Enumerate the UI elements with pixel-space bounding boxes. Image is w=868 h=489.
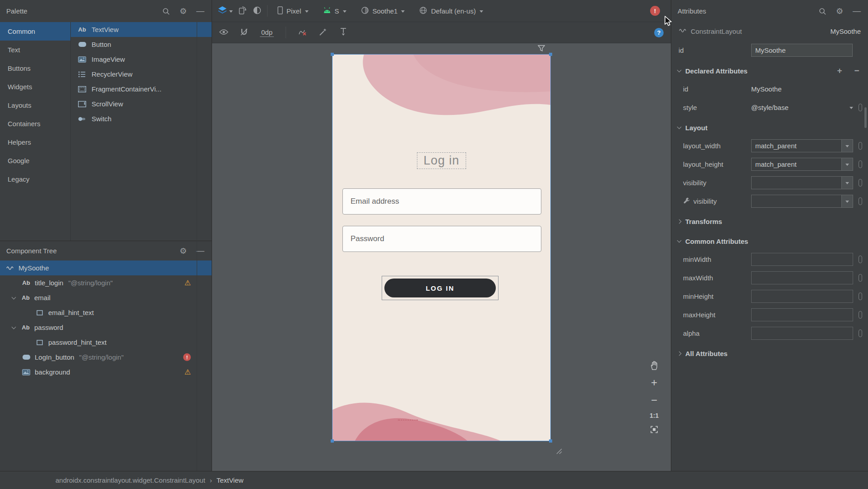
zoom-actual-size-button[interactable]: 1:1: [650, 412, 659, 419]
tree-item-background[interactable]: background ⚠: [0, 365, 212, 379]
resource-picker-pill[interactable]: [859, 104, 862, 111]
section-transforms[interactable]: Transforms: [671, 212, 868, 230]
add-attribute-button[interactable]: +: [835, 66, 845, 76]
attribute-row-id[interactable]: id MySoothe: [671, 80, 868, 98]
palette-category-buttons[interactable]: Buttons: [0, 59, 70, 78]
tree-item-email[interactable]: Ab email: [0, 290, 212, 305]
tree-item-email-hint-text[interactable]: email_hint_text: [0, 305, 212, 320]
device-preview[interactable]: Log in Email address Password LOG IN: [332, 54, 551, 441]
canvas-resize-handle[interactable]: [555, 447, 562, 456]
error-icon[interactable]: !: [183, 353, 191, 361]
attribute-row-style[interactable]: style @style/base: [671, 98, 868, 117]
design-canvas[interactable]: Log in Email address Password LOG IN: [212, 43, 671, 471]
palette-category-helpers[interactable]: Helpers: [0, 133, 70, 151]
palette-category-widgets[interactable]: Widgets: [0, 78, 70, 96]
resource-picker-pill[interactable]: [859, 292, 862, 300]
help-icon[interactable]: ?: [654, 28, 664, 37]
minwidth-input[interactable]: [751, 253, 853, 266]
tree-item-password[interactable]: Ab password: [0, 320, 212, 335]
orientation-selector[interactable]: [238, 6, 247, 16]
pack-align-button[interactable]: [339, 27, 347, 38]
pan-hand-icon[interactable]: [649, 361, 659, 370]
resource-picker-pill[interactable]: [859, 179, 862, 187]
warning-icon[interactable]: ⚠: [185, 279, 191, 287]
maxheight-input[interactable]: [751, 308, 853, 321]
id-input[interactable]: [751, 44, 853, 57]
dropdown-button[interactable]: [841, 140, 853, 152]
dropdown-button[interactable]: [841, 177, 853, 189]
resource-picker-pill[interactable]: [859, 160, 862, 168]
palette-category-layouts[interactable]: Layouts: [0, 96, 70, 114]
selection-handle[interactable]: [549, 439, 552, 443]
tree-item-mysoothe[interactable]: MySoothe: [0, 260, 212, 275]
zoom-out-button[interactable]: −: [651, 395, 657, 406]
section-layout[interactable]: Layout: [671, 119, 868, 137]
selection-handle[interactable]: [331, 53, 334, 56]
palette-category-text[interactable]: Text: [0, 41, 70, 59]
layout-height-combo[interactable]: match_parent: [751, 158, 853, 171]
dropdown-button[interactable]: [841, 158, 853, 170]
visibility-combo[interactable]: [751, 176, 853, 189]
selection-handle[interactable]: [331, 439, 334, 443]
resource-picker-pill[interactable]: [859, 197, 862, 205]
search-icon[interactable]: [161, 6, 171, 16]
gear-icon[interactable]: ⚙: [835, 6, 845, 16]
palette-item-button[interactable]: Button: [71, 37, 212, 52]
autoconnect-toggle[interactable]: [240, 28, 248, 37]
section-all-attributes[interactable]: All Attributes: [671, 344, 868, 362]
clear-constraints-button[interactable]: [298, 28, 307, 37]
minheight-input[interactable]: [751, 290, 853, 303]
tree-item-password-hint-text[interactable]: password_hint_text: [0, 335, 212, 350]
warning-icon[interactable]: ⚠: [185, 368, 191, 376]
dropdown-button[interactable]: [841, 195, 853, 207]
filter-funnel-icon[interactable]: [538, 45, 545, 53]
hide-panel-icon[interactable]: —: [852, 6, 862, 16]
attributes-scrollbar[interactable]: [864, 107, 867, 128]
theme-selector[interactable]: Soothe1: [356, 4, 410, 18]
error-count-badge[interactable]: !: [650, 6, 660, 16]
default-margin-button[interactable]: 0dp: [260, 28, 274, 37]
palette-item-switch[interactable]: Switch: [71, 111, 212, 126]
email-field[interactable]: Email address: [342, 188, 541, 215]
view-options-button[interactable]: [219, 29, 228, 37]
gear-icon[interactable]: ⚙: [178, 6, 188, 16]
resource-picker-pill[interactable]: [859, 142, 862, 150]
palette-item-scrollview[interactable]: ScrollView: [71, 96, 212, 111]
dropdown-arrow-icon[interactable]: [850, 107, 853, 109]
password-field[interactable]: Password: [342, 226, 541, 252]
tree-item-title-login[interactable]: Ab title_login "@string/login" ⚠: [0, 275, 212, 290]
device-selector[interactable]: Pixel: [273, 4, 313, 18]
palette-item-textview[interactable]: Ab TextView: [71, 22, 212, 37]
locale-selector[interactable]: Default (en-us): [415, 4, 487, 18]
resource-picker-pill[interactable]: [859, 274, 862, 282]
infer-constraints-button[interactable]: [319, 27, 328, 38]
resource-picker-pill[interactable]: [859, 256, 862, 263]
zoom-to-fit-icon[interactable]: [650, 425, 658, 434]
alpha-input[interactable]: [751, 327, 853, 340]
breadcrumb-root[interactable]: androidx.constraintlayout.widget.Constra…: [55, 476, 205, 484]
gear-icon[interactable]: ⚙: [178, 246, 188, 256]
zoom-in-button[interactable]: +: [651, 377, 657, 388]
design-surface-selector[interactable]: [217, 6, 233, 16]
palette-category-containers[interactable]: Containers: [0, 114, 70, 133]
collapse-chevron-icon[interactable]: [10, 327, 17, 329]
hide-panel-icon[interactable]: —: [195, 6, 205, 16]
resource-picker-pill[interactable]: [859, 311, 862, 319]
palette-category-legacy[interactable]: Legacy: [0, 170, 70, 188]
breadcrumb-leaf[interactable]: TextView: [217, 476, 244, 484]
collapse-chevron-icon[interactable]: [10, 297, 17, 299]
login-button[interactable]: LOG IN: [384, 279, 496, 297]
night-mode-selector[interactable]: [253, 6, 262, 16]
palette-category-google[interactable]: Google: [0, 151, 70, 170]
selection-handle[interactable]: [549, 53, 552, 56]
palette-item-fragmentcontainerview[interactable]: FragmentContainerVi...: [71, 82, 212, 96]
layout-width-combo[interactable]: match_parent: [751, 139, 853, 152]
api-level-selector[interactable]: S: [319, 4, 351, 18]
remove-attribute-button[interactable]: −: [852, 66, 862, 76]
palette-item-recyclerview[interactable]: RecyclerView: [71, 67, 212, 82]
resource-picker-pill[interactable]: [859, 329, 862, 337]
palette-category-common[interactable]: Common: [0, 22, 70, 41]
section-common-attributes[interactable]: Common Attributes: [671, 232, 868, 250]
section-declared-attributes[interactable]: Declared Attributes + −: [671, 62, 868, 80]
tools-visibility-combo[interactable]: [751, 195, 853, 208]
